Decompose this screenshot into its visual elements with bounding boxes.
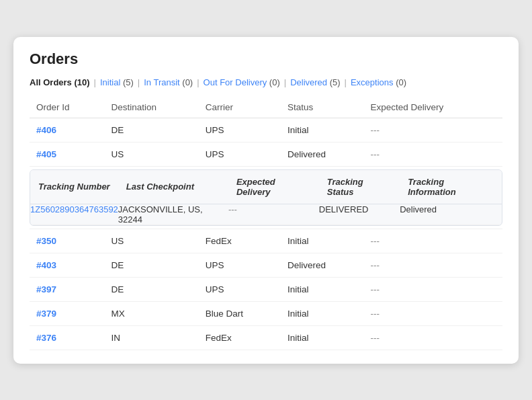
tracking-col-header: Tracking Number	[30, 170, 118, 204]
tracking-information-cell: Delivered	[400, 204, 502, 225]
order-id-link[interactable]: #403	[36, 260, 56, 270]
table-row: #379MXBlue DartInitial---	[30, 301, 502, 325]
last-checkpoint-cell: JACKSONVILLE, US, 32244	[118, 204, 228, 225]
destination-cell: DE	[104, 277, 198, 301]
status-cell: Delivered	[281, 142, 363, 166]
filter-initial[interactable]: Initial (5)	[100, 77, 134, 87]
order-id-link[interactable]: #379	[36, 309, 56, 319]
destination-cell: IN	[104, 325, 198, 350]
filter-out-for-delivery[interactable]: Out For Delivery (0)	[204, 77, 280, 87]
order-id-link[interactable]: #406	[36, 125, 56, 135]
order-id-link[interactable]: #376	[36, 333, 56, 343]
table-row: #350USFedExInitial---	[30, 229, 502, 253]
carrier-cell: FedEx	[199, 229, 281, 253]
status-cell: Initial	[281, 229, 363, 253]
expected-delivery-cell: ---	[363, 142, 502, 166]
status-cell: Initial	[281, 277, 363, 301]
expected-delivery-cell: ---	[363, 118, 502, 142]
destination-cell: MX	[104, 301, 198, 325]
tracking-col-header: Tracking Information	[400, 170, 502, 204]
destination-cell: DE	[104, 253, 198, 277]
destination-cell: US	[104, 229, 198, 253]
tracking-col-header: Last Checkpoint	[118, 170, 228, 204]
page-title: Orders	[30, 50, 502, 68]
expected-delivery-cell: ---	[363, 253, 502, 277]
tracking-col-header: Expected Delivery	[228, 170, 319, 204]
carrier-cell: Blue Dart	[199, 301, 281, 325]
col-expected-delivery: Expected Delivery	[363, 97, 502, 118]
order-id-link[interactable]: #405	[36, 149, 56, 159]
filter-all-orders[interactable]: All Orders (10)	[30, 77, 90, 87]
table-row: #406DEUPSInitial---	[30, 118, 502, 142]
expected-delivery-cell: ---	[363, 325, 502, 350]
orders-card: Orders All Orders (10) | Initial (5) | I…	[13, 37, 519, 364]
filter-exceptions[interactable]: Exceptions (0)	[351, 77, 406, 87]
filter-bar: All Orders (10) | Initial (5) | In Trans…	[30, 77, 502, 87]
tracking-number-link[interactable]: 1Z5602890364763592	[30, 204, 118, 214]
col-destination: Destination	[104, 97, 198, 118]
table-row: #405USUPSDelivered---	[30, 142, 502, 166]
table-row: #403DEUPSDelivered---	[30, 253, 502, 277]
status-cell: Initial	[281, 118, 363, 142]
tracking-table-row: 1Z5602890364763592JACKSONVILLE, US, 3224…	[30, 204, 502, 225]
carrier-cell: FedEx	[199, 325, 281, 350]
carrier-cell: UPS	[199, 253, 281, 277]
filter-delivered[interactable]: Delivered (5)	[290, 77, 340, 87]
col-carrier: Carrier	[199, 97, 281, 118]
expected-delivery-cell: ---	[363, 301, 502, 325]
col-order-id: Order Id	[30, 97, 104, 118]
expected-delivery-cell: ---	[363, 277, 502, 301]
carrier-cell: UPS	[199, 142, 281, 166]
tracking-expected-delivery-cell: ---	[228, 204, 319, 225]
destination-cell: US	[104, 142, 198, 166]
carrier-cell: UPS	[199, 277, 281, 301]
col-status: Status	[281, 97, 363, 118]
expanded-tracking-row: Tracking NumberLast CheckpointExpected D…	[30, 166, 502, 229]
status-cell: Delivered	[281, 253, 363, 277]
filter-in-transit[interactable]: In Transit (0)	[144, 77, 193, 87]
expected-delivery-cell: ---	[363, 229, 502, 253]
order-id-link[interactable]: #397	[36, 284, 56, 294]
tracking-status-cell: DELIVERED	[319, 204, 400, 225]
status-cell: Initial	[281, 301, 363, 325]
carrier-cell: UPS	[199, 118, 281, 142]
order-id-link[interactable]: #350	[36, 236, 56, 246]
orders-table: Order Id Destination Carrier Status Expe…	[30, 97, 502, 350]
table-row: #397DEUPSInitial---	[30, 277, 502, 301]
destination-cell: DE	[104, 118, 198, 142]
table-row: #376INFedExInitial---	[30, 325, 502, 350]
status-cell: Initial	[281, 325, 363, 350]
tracking-col-header: Tracking Status	[319, 170, 400, 204]
